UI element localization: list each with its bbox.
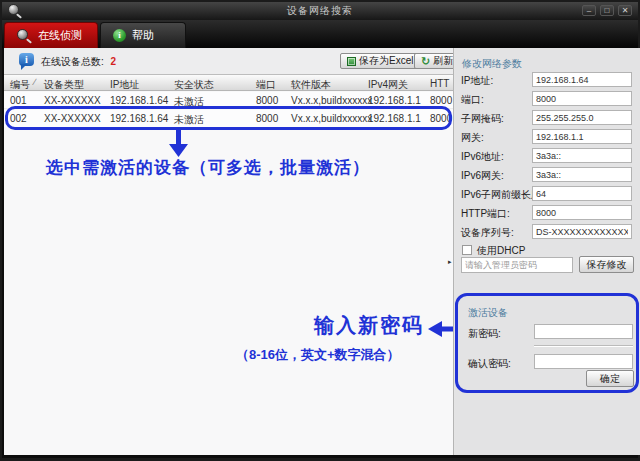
header-version[interactable]: 软件版本 — [291, 78, 331, 92]
maximize-button[interactable]: □ — [600, 5, 614, 16]
field-label-gateway: 网关: — [461, 131, 484, 145]
search-icon — [17, 29, 32, 43]
gateway-field[interactable] — [532, 129, 632, 144]
ip-address-field[interactable] — [532, 72, 632, 87]
annotation-select-devices: 选中需激活的设备（可多选，批量激活） — [46, 156, 370, 179]
serial-number-field[interactable] — [532, 224, 632, 239]
header-ipv4-gateway[interactable]: IPv4网关 — [368, 78, 408, 92]
online-device-count: 在线设备总数: 2 — [41, 55, 116, 69]
new-password-input[interactable] — [534, 324, 633, 339]
save-excel-button[interactable]: 保存为Excel — [340, 53, 420, 69]
ok-button[interactable]: 确定 — [586, 370, 634, 387]
field-label-http-port: HTTP端口: — [461, 207, 510, 221]
splitter-arrow-icon[interactable]: ▸ — [448, 258, 452, 266]
cell-ipv4-gateway: 192.168.1.1 — [368, 113, 421, 124]
http-port-field[interactable] — [532, 205, 632, 220]
save-excel-label: 保存为Excel — [359, 54, 413, 68]
field-label-port: 端口: — [461, 93, 484, 107]
tab-online-detect-label: 在线侦测 — [38, 28, 82, 43]
refresh-label: 刷新 — [433, 54, 453, 68]
new-password-label: 新密码: — [468, 327, 501, 341]
header-ip[interactable]: IP地址 — [110, 78, 139, 92]
save-changes-button[interactable]: 保存修改 — [579, 256, 634, 273]
tab-online-detect[interactable]: 在线侦测 — [4, 22, 98, 48]
window-controls: – □ ✕ — [582, 5, 632, 16]
header-port[interactable]: 端口 — [256, 78, 276, 92]
magnifier-handle-icon — [26, 38, 32, 43]
annotation-enter-password: 输入新密码 — [314, 312, 424, 339]
online-device-count-value: 2 — [111, 56, 117, 67]
app-window: 设备网络搜索 – □ ✕ 在线侦测 i 帮助 i 在线设备总数: 2 — [0, 0, 640, 461]
cell-id: 002 — [10, 113, 27, 124]
magnifier-handle-icon — [16, 13, 22, 18]
header-device-type[interactable]: 设备类型 — [44, 78, 84, 92]
titlebar: 设备网络搜索 – □ ✕ — [2, 2, 638, 20]
cell-ip: 192.168.1.64 — [110, 95, 168, 106]
cell-port: 8000 — [256, 113, 278, 124]
network-panel-title: 修改网络参数 — [462, 57, 522, 71]
ipv6-gateway-field[interactable] — [532, 167, 632, 182]
cell-ipv4-gateway: 192.168.1.1 — [368, 95, 421, 106]
sort-icon: ∕ — [34, 77, 36, 87]
cell-id: 001 — [10, 95, 27, 106]
tab-help[interactable]: i 帮助 — [100, 22, 186, 48]
cell-device-type: XX-XXXXXX — [44, 113, 101, 124]
main-area: i 在线设备总数: 2 保存为Excel ↻ 刷新 编号 ∕ 设备类型 IP地址… — [4, 48, 636, 455]
refresh-icon: ↻ — [421, 56, 430, 66]
subnet-mask-field[interactable] — [532, 110, 632, 125]
header-http[interactable]: HTT — [430, 78, 449, 89]
field-label-ipv6-gateway: IPv6网关: — [461, 169, 504, 183]
excel-icon — [347, 57, 356, 66]
cell-http: 8000 — [430, 95, 452, 106]
confirm-password-input[interactable] — [534, 354, 633, 369]
cell-security: 未激活 — [174, 95, 204, 109]
window-title: 设备网络搜索 — [2, 4, 638, 18]
cell-security: 未激活 — [174, 113, 204, 127]
admin-password-input[interactable] — [461, 257, 573, 273]
cell-version: Vx.x.x,buildxxxxxx — [291, 95, 372, 106]
activate-device-panel: 激活设备 新密码: 确认密码: 确定 — [455, 293, 639, 393]
close-button[interactable]: ✕ — [618, 5, 632, 16]
tab-bar: 在线侦测 i 帮助 — [2, 20, 638, 48]
cell-version: Vx.x.x,buildxxxxxx — [291, 113, 372, 124]
device-table-header: 编号 ∕ 设备类型 IP地址 安全状态 端口 软件版本 IPv4网关 HTT — [4, 74, 453, 91]
dhcp-checkbox[interactable] — [462, 245, 472, 255]
field-label-ip: IP地址: — [461, 74, 493, 88]
port-field[interactable] — [532, 91, 632, 106]
header-id[interactable]: 编号 — [10, 78, 30, 92]
ipv6-address-field[interactable] — [532, 148, 632, 163]
field-label-ipv6: IPv6地址: — [461, 150, 504, 164]
cell-ip: 192.168.1.64 — [110, 113, 168, 124]
cell-http: 8000 — [430, 113, 452, 124]
ipv6-prefix-field[interactable] — [532, 186, 632, 201]
network-params-panel: 修改网络参数 IP地址: 端口: 子网掩码: 网关: IPv6地址: IPv6网… — [455, 48, 640, 455]
table-row-selected[interactable]: 002 XX-XXXXXX 192.168.1.64 未激活 8000 Vx.x… — [4, 110, 453, 127]
confirm-password-label: 确认密码: — [468, 357, 511, 371]
info-bubble-icon: i — [19, 53, 34, 66]
header-security[interactable]: 安全状态 — [174, 78, 214, 92]
field-label-subnet: 子网掩码: — [461, 112, 504, 126]
online-device-count-label: 在线设备总数: — [41, 56, 104, 67]
cell-device-type: XX-XXXXXX — [44, 95, 101, 106]
dhcp-label: 使用DHCP — [477, 244, 525, 258]
help-info-icon: i — [113, 29, 126, 42]
device-list-background — [4, 74, 453, 455]
activate-panel-title: 激活设备 — [468, 306, 508, 320]
tab-help-label: 帮助 — [132, 28, 154, 43]
field-label-serial: 设备序列号: — [461, 226, 514, 240]
table-row[interactable]: 001 XX-XXXXXX 192.168.1.64 未激活 8000 Vx.x… — [4, 92, 453, 109]
field-divider — [534, 345, 633, 346]
annotation-password-rule: （8-16位，英文+数字混合） — [236, 346, 400, 364]
cell-port: 8000 — [256, 95, 278, 106]
app-search-icon — [8, 4, 22, 18]
minimize-button[interactable]: – — [582, 5, 596, 16]
